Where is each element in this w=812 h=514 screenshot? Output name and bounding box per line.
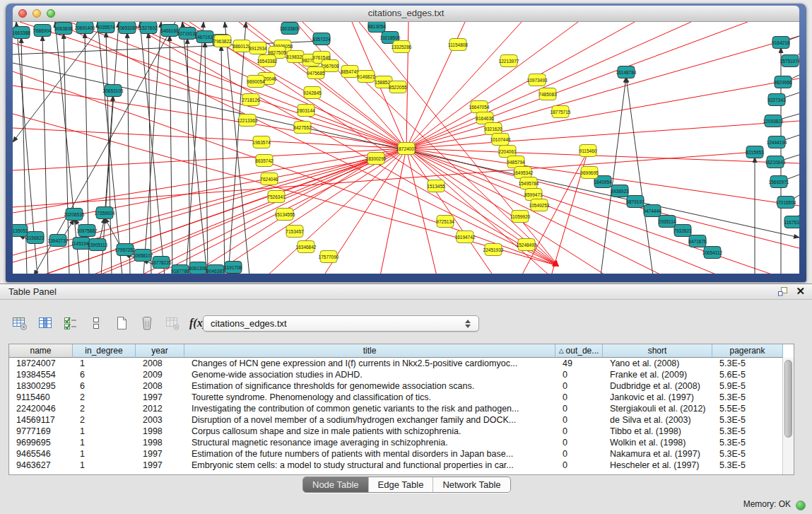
- network-node[interactable]: 8471676: [688, 235, 707, 247]
- table-row[interactable]: 1938455462009Genome-wide association stu…: [9, 369, 783, 380]
- column-header-title[interactable]: title: [184, 344, 555, 358]
- network-node[interactable]: 1663388: [13, 27, 30, 39]
- network-node[interactable]: 9474444: [643, 205, 661, 217]
- network-node[interactable]: 7932621: [673, 225, 692, 237]
- table-row[interactable]: 946554611997Estimation of the future num…: [9, 448, 783, 460]
- network-node[interactable]: 7963822: [213, 35, 232, 47]
- network-node[interactable]: 2935114: [659, 216, 676, 228]
- network-node[interactable]: 12093822: [763, 115, 784, 127]
- column-header-pagerank[interactable]: pagerank: [712, 344, 783, 358]
- delete-attribute-icon[interactable]: [137, 313, 157, 333]
- network-node[interactable]: 4035574: [97, 22, 115, 33]
- network-node[interactable]: 10975887: [77, 225, 98, 237]
- network-node[interactable]: 16778226: [151, 257, 172, 269]
- network-node[interactable]: 16210643: [765, 156, 786, 168]
- tab-network-table[interactable]: Network Table: [433, 477, 510, 492]
- network-node[interactable]: 1513455: [427, 180, 445, 192]
- network-node[interactable]: 13325286: [392, 41, 412, 53]
- network-node[interactable]: 18775715: [551, 106, 571, 118]
- network-node[interactable]: 7485083: [539, 88, 557, 100]
- network-node[interactable]: 1191708: [225, 262, 242, 274]
- network-node[interactable]: 8164636: [476, 112, 494, 124]
- window-titlebar[interactable]: citations_edges.txt: [13, 6, 799, 22]
- network-node[interactable]: 13942737: [48, 235, 69, 247]
- network-node[interactable]: 8813054: [367, 22, 386, 33]
- network-node[interactable]: 17577090: [319, 251, 339, 263]
- network-node[interactable]: 8522055: [389, 81, 407, 93]
- table-row[interactable]: 2242004622012Investigating the contribut…: [9, 403, 783, 414]
- column-header-year[interactable]: year: [136, 344, 184, 358]
- table-settings-icon[interactable]: [10, 313, 30, 333]
- network-node[interactable]: 16647054: [469, 101, 490, 113]
- network-node[interactable]: 17359924: [95, 207, 115, 219]
- network-node[interactable]: 1963574: [252, 136, 271, 148]
- network-node[interactable]: 22451932: [483, 244, 504, 256]
- network-node[interactable]: 7153457: [286, 226, 304, 238]
- network-node[interactable]: 8635742: [255, 155, 273, 167]
- network-node[interactable]: 7624046: [260, 173, 278, 185]
- network-node[interactable]: 8061306: [189, 262, 207, 274]
- column-header-out_degree[interactable]: △out_de...: [555, 344, 603, 358]
- memory-status-icon[interactable]: [796, 501, 806, 510]
- network-node[interactable]: 16495342: [513, 167, 534, 179]
- select-columns-icon[interactable]: [35, 313, 55, 333]
- network-node[interactable]: 9725134: [436, 216, 454, 228]
- network-node[interactable]: 12213363: [237, 115, 258, 127]
- network-node[interactable]: 8938923: [611, 185, 629, 197]
- network-node[interactable]: 8427552: [293, 122, 312, 134]
- network-node[interactable]: 11154808: [448, 39, 468, 51]
- network-svg[interactable]: 1663388768690490636082069140640355741065…: [13, 22, 799, 274]
- network-node[interactable]: 9115460: [579, 145, 597, 157]
- network-node[interactable]: 11059920: [510, 211, 531, 223]
- float-panel-icon[interactable]: [777, 286, 789, 298]
- network-node[interactable]: 8860128: [233, 40, 251, 52]
- network-node[interactable]: 12444194: [767, 136, 787, 148]
- network-node[interactable]: 9699695: [580, 167, 599, 179]
- network-node[interactable]: 15495784: [519, 177, 539, 189]
- network-node[interactable]: 1167533: [784, 216, 799, 228]
- new-table-icon[interactable]: [112, 313, 131, 333]
- network-node[interactable]: 6466160: [160, 25, 179, 37]
- network-node[interactable]: 2204061: [498, 146, 517, 158]
- network-node[interactable]: 8215953: [746, 146, 764, 158]
- network-node[interactable]: 16033809: [280, 23, 300, 35]
- vertical-scrollbar[interactable]: [782, 358, 794, 474]
- network-node[interactable]: 15248493: [517, 239, 537, 251]
- table-row[interactable]: 977716911998Corpus callosum shape and si…: [9, 426, 783, 437]
- network-node[interactable]: 9164218: [772, 37, 790, 49]
- table-row[interactable]: 969969511998Structural magnetic resonanc…: [9, 437, 783, 448]
- network-node[interactable]: 20691406: [75, 22, 95, 34]
- network-node[interactable]: 8854749: [341, 66, 359, 78]
- network-node[interactable]: 10107448: [490, 134, 511, 146]
- table-row[interactable]: 911546021997Tourette syndrome. Phenomeno…: [9, 392, 783, 403]
- network-node[interactable]: 15692971: [769, 176, 789, 188]
- table-row[interactable]: 1830029562008Estimation of significance …: [9, 380, 783, 392]
- network-node[interactable]: 15751074: [780, 55, 799, 67]
- tab-node-table[interactable]: Node Table: [303, 477, 368, 492]
- network-node[interactable]: 10973493: [527, 74, 548, 86]
- network-node[interactable]: 20206535: [64, 209, 85, 221]
- network-node[interactable]: 12213977: [499, 55, 519, 67]
- column-header-short[interactable]: short: [603, 344, 712, 358]
- network-node[interactable]: 9227343: [767, 94, 786, 106]
- network-node[interactable]: 8912934: [249, 42, 267, 54]
- network-node[interactable]: 9890054: [247, 76, 265, 88]
- network-node[interactable]: 6879197: [626, 196, 645, 208]
- scrollbar-thumb[interactable]: [784, 360, 792, 438]
- network-node[interactable]: 10958107: [133, 250, 153, 262]
- network-node[interactable]: 9321620: [484, 123, 502, 135]
- close-panel-icon[interactable]: ✕: [796, 285, 805, 298]
- network-node[interactable]: 10654112: [702, 247, 723, 259]
- delete-table-icon[interactable]: [163, 313, 182, 333]
- network-canvas[interactable]: 1663388768690490636082069140640355741065…: [13, 22, 799, 274]
- network-node[interactable]: 9475685: [307, 67, 325, 79]
- network-node[interactable]: 17016504: [776, 197, 796, 209]
- table-row[interactable]: 1456911722003Disruption of a novel membe…: [9, 414, 783, 426]
- column-header-in_degree[interactable]: in_degree: [73, 344, 136, 358]
- table-row[interactable]: 1872400712008Changes of HCN gene express…: [9, 358, 783, 369]
- network-node[interactable]: 1135051: [13, 225, 28, 237]
- network-node[interactable]: 2718126: [242, 94, 260, 106]
- table-selector-dropdown[interactable]: citations_edges.txt: [203, 315, 479, 332]
- network-node[interactable]: 9242845: [303, 87, 322, 99]
- network-node[interactable]: 10549253: [529, 199, 550, 211]
